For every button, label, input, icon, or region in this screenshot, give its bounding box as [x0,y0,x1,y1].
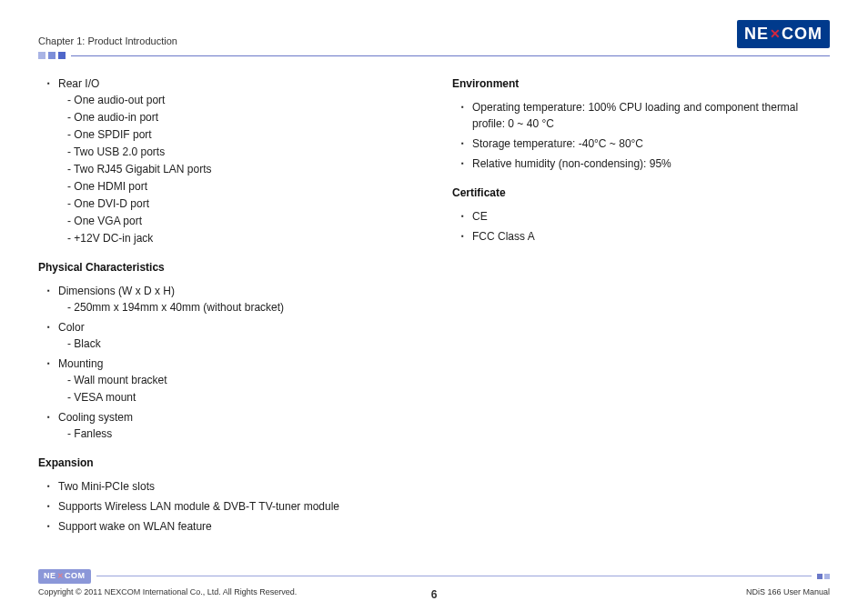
list-item: FCC Class A [461,228,830,245]
sub-item: - One VGA port [67,213,416,229]
list-item: Two Mini-PCIe slots [47,478,416,495]
chapter-title: Chapter 1: Product Introduction [38,34,177,49]
sub-item: - VESA mount [67,389,416,406]
sub-item: - +12V DC-in jack [67,230,416,246]
list-item: Dimensions (W x D x H) - 250mm x 194mm x… [47,283,416,316]
footer-logo-x-icon [56,570,66,583]
left-column: Rear I/O - One audio-out port - One audi… [38,75,416,538]
sub-item: - 250mm x 194mm x 40mm (without bracket) [67,299,416,316]
footer-logo: NECOM [38,569,91,584]
sub-item: - One HDMI port [67,178,416,195]
sub-item: - Two RJ45 Gigabit LAN ports [67,161,416,177]
header-squares-icon [38,52,66,59]
sub-item: - Wall mount bracket [67,372,416,388]
header-bar: Chapter 1: Product Introduction NECOM [38,20,830,48]
list-item: Cooling system - Fanless [47,409,416,442]
footer: NECOM Copyright © 2011 NEXCOM Internatio… [38,569,830,598]
header-rule [38,52,830,59]
content-columns: Rear I/O - One audio-out port - One audi… [38,75,830,538]
list-item: Color - Black [47,319,416,352]
rear-io-label: Rear I/O [58,77,99,90]
sub-item: - One audio-out port [67,92,416,108]
list-item: Operating temperature: 100% CPU loading … [461,99,830,132]
sub-item: - One DVI-D port [67,195,416,212]
list-item: CE [461,208,830,225]
doc-title: NDiS 166 User Manual [746,586,830,599]
rear-io-sublist: - One audio-out port - One audio-in port… [58,92,416,246]
copyright-text: Copyright © 2011 NEXCOM International Co… [38,586,297,599]
heading-expansion: Expansion [38,455,416,471]
logo-x-icon [769,22,782,46]
right-column: Environment Operating temperature: 100% … [452,75,830,538]
page-number: 6 [431,586,438,603]
list-item: Support wake on WLAN feature [47,518,416,535]
sub-item: - Black [67,336,416,352]
footer-squares-icon [817,574,830,579]
brand-logo: NECOM [737,20,830,48]
sub-item: - One SPDIF port [67,126,416,143]
list-item: Rear I/O - One audio-out port - One audi… [47,75,416,246]
list-item: Supports Wireless LAN module & DVB-T TV-… [47,498,416,515]
sub-item: - Fanless [67,426,416,442]
list-item: Storage temperature: -40°C ~ 80°C [461,135,830,152]
logo-text-right: COM [782,22,823,46]
list-item: Relative humidity (non-condensing): 95% [461,155,830,172]
sub-item: - Two USB 2.0 ports [67,144,416,160]
heading-certificate: Certificate [452,185,830,201]
logo-text-left: NE [744,22,769,46]
heading-physical: Physical Characteristics [38,259,416,275]
sub-item: - One audio-in port [67,109,416,125]
heading-environment: Environment [452,75,830,92]
list-item: Mounting - Wall mount bracket - VESA mou… [47,356,416,406]
